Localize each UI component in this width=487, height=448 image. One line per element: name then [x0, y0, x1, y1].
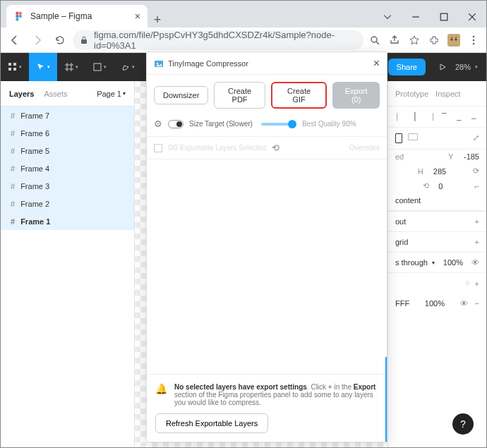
create-pdf-button[interactable]: Create PDF [214, 82, 265, 109]
chrome-menu-icon[interactable] [465, 32, 482, 49]
move-tool-icon[interactable]: ▾ [29, 53, 57, 81]
tab-close-icon[interactable]: × [135, 11, 140, 22]
back-button[interactable] [5, 30, 25, 50]
add-layout-icon[interactable]: + [475, 217, 479, 226]
prototype-tab[interactable]: Prototype [395, 90, 428, 98]
add-grid-icon[interactable]: + [475, 238, 479, 246]
opacity-value[interactable]: 100% [443, 258, 463, 267]
frame-tool-icon[interactable]: ▾ [57, 53, 85, 81]
layer-item[interactable]: #Frame 1 [1, 212, 134, 230]
new-tab-button[interactable]: + [148, 13, 167, 28]
maximize-button[interactable] [430, 6, 458, 28]
svg-rect-7 [81, 40, 87, 44]
inspect-tab[interactable]: Inspect [435, 90, 460, 98]
zoom-level[interactable]: 28%▾ [455, 63, 486, 71]
size-target-toggle[interactable] [168, 120, 184, 128]
assets-tab[interactable]: Assets [44, 90, 67, 98]
refresh-exportable-layers-button[interactable]: Refresh Exportable Layers [155, 413, 268, 433]
frame-icon: # [11, 111, 15, 120]
rotation-value[interactable]: 0 [438, 182, 443, 190]
design-panel: Prototype Inspect ⎸ ⎮ ⎹ ⎺ ⎯ ⎽ ⤢ edY-185 … [387, 81, 486, 447]
svg-point-11 [451, 38, 453, 40]
figma-menu-icon[interactable]: ▾ [1, 53, 29, 81]
quality-label: Best Quality 90% [302, 120, 356, 128]
fill-opacity[interactable]: 100% [425, 299, 445, 308]
layer-item[interactable]: #Frame 4 [1, 159, 134, 177]
layer-item[interactable]: #Frame 3 [1, 177, 134, 195]
search-icon[interactable] [366, 32, 383, 49]
close-window-button[interactable] [458, 6, 486, 28]
chevron-down-icon[interactable] [373, 6, 402, 28]
orientation-portrait-icon[interactable] [395, 133, 402, 143]
align-top-icon[interactable]: ⎺ [440, 112, 450, 121]
svg-rect-20 [94, 63, 101, 71]
frame-icon: # [11, 182, 15, 190]
align-center-icon[interactable]: ⎮ [410, 112, 420, 121]
browser-addressbar: figma.com/file/PpspCvHY3g5dhdCXSDZr4k/Sa… [1, 28, 486, 53]
link-icon[interactable]: ⟳ [473, 167, 479, 176]
scrollbar[interactable] [385, 357, 387, 442]
h-value[interactable]: 285 [433, 167, 446, 176]
settings-icon[interactable]: ⚙ [154, 119, 162, 129]
quality-slider[interactable] [261, 123, 296, 126]
export-button[interactable]: Export (0) [332, 82, 380, 109]
orientation-landscape-icon[interactable] [408, 133, 418, 140]
y-value[interactable]: -185 [464, 152, 479, 161]
align-middle-icon[interactable]: ⎯ [455, 112, 464, 121]
corner-icon[interactable]: ⌐ [475, 182, 479, 190]
add-fill-icon[interactable]: + [475, 279, 479, 288]
tab-title: Sample – Figma [30, 11, 92, 21]
layer-item[interactable]: #Frame 6 [1, 124, 134, 142]
layers-tab[interactable]: Layers [9, 90, 34, 98]
minimize-button[interactable] [402, 6, 430, 28]
remove-fill-icon[interactable]: − [475, 299, 479, 308]
layout-section-label: out [395, 217, 406, 226]
reload-button[interactable] [50, 30, 70, 50]
label-ed: ed [395, 152, 404, 161]
create-gif-button[interactable]: Create GIF [271, 82, 327, 109]
help-button[interactable]: ? [452, 413, 474, 435]
pass-through-label[interactable]: s through [395, 258, 428, 267]
svg-rect-18 [13, 63, 16, 66]
page-indicator[interactable]: Page 1▾ [97, 90, 126, 98]
layer-item[interactable]: #Frame 5 [1, 142, 134, 159]
present-icon[interactable] [430, 54, 455, 80]
share-icon[interactable] [386, 32, 403, 49]
svg-point-15 [473, 42, 475, 44]
refresh-icon[interactable]: ⟲ [272, 143, 279, 153]
browser-titlebar: Sample – Figma × + [1, 1, 486, 28]
layer-item[interactable]: #Frame 2 [1, 195, 134, 212]
footer-message: No selected layers have export settings.… [174, 383, 378, 406]
browser-tab[interactable]: Sample – Figma × [6, 5, 148, 28]
svg-point-13 [473, 35, 475, 37]
url-field[interactable]: figma.com/file/PpspCvHY3g5dhdCXSDZr4k/Sa… [73, 30, 363, 50]
svg-rect-10 [447, 34, 460, 47]
align-bottom-icon[interactable]: ⎽ [469, 112, 479, 121]
layers-selected-count: 0/0 Exportable Layers Selected [168, 144, 266, 152]
lock-icon [80, 36, 88, 44]
fill-hex[interactable]: FFF [395, 299, 409, 308]
extensions-icon[interactable] [426, 32, 443, 49]
align-left-icon[interactable]: ⎸ [395, 112, 405, 121]
size-target-label: Size Target (Slower) [189, 120, 253, 128]
eye-icon[interactable]: 👁 [460, 299, 468, 308]
align-right-icon[interactable]: ⎹ [425, 112, 435, 121]
resize-fit-icon[interactable]: ⤢ [473, 133, 479, 143]
plugin-close-icon[interactable]: × [373, 57, 380, 70]
frame-icon: # [11, 147, 15, 155]
forward-button[interactable] [28, 30, 47, 50]
window-controls [373, 6, 486, 28]
pen-tool-icon[interactable]: ▾ [114, 53, 142, 81]
profile-avatar-icon[interactable] [445, 32, 462, 49]
share-button[interactable]: Share [388, 59, 426, 75]
dots-icon[interactable]: ⁘ [464, 279, 471, 288]
svg-point-8 [371, 37, 377, 42]
overrides-label: Overrides [349, 144, 380, 152]
select-all-checkbox[interactable] [154, 144, 162, 152]
downsizer-button[interactable]: Downsizer [154, 86, 208, 104]
eye-icon[interactable]: 👁 [471, 258, 479, 267]
svg-point-1 [19, 11, 22, 14]
layer-item[interactable]: #Frame 7 [1, 107, 134, 124]
star-icon[interactable] [406, 32, 423, 49]
shape-tool-icon[interactable]: ▾ [85, 53, 114, 81]
